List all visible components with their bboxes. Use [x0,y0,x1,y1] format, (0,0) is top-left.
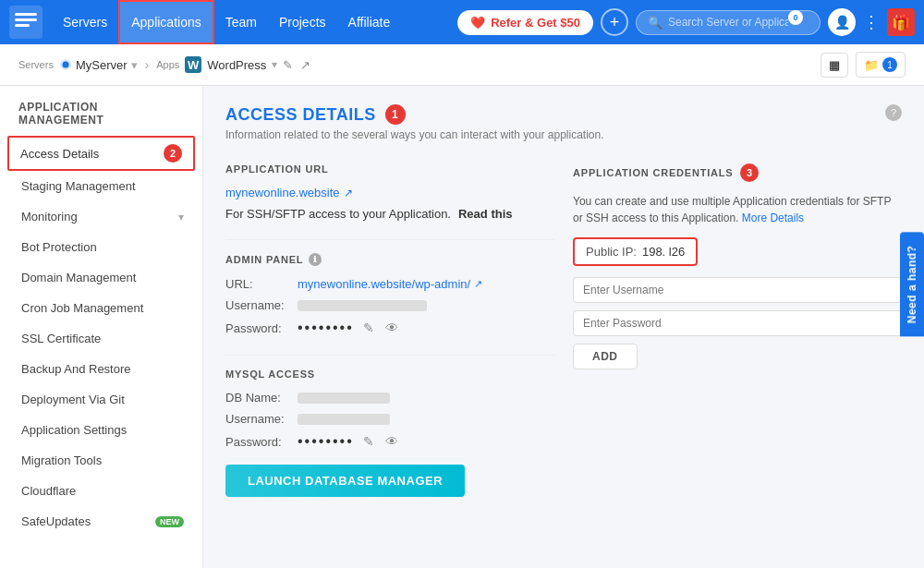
badge-3: 3 [740,163,759,182]
chevron-down-icon[interactable]: ▾ [131,58,138,72]
sidebar-item-app-settings[interactable]: Application Settings [0,415,202,445]
mysql-edit-password-button[interactable]: ✎ [361,434,376,449]
server-breadcrumb: Servers MyServer ▾ [18,58,138,72]
search-count-badge: 0 [788,10,803,25]
new-badge: NEW [155,516,184,527]
search-bar[interactable]: 🔍 0 [636,10,821,35]
mysql-username-row: Username: [225,412,554,426]
two-column-layout: APPLICATION URL mynewonline.website ↗ Fo… [225,163,902,515]
db-name-row: DB Name: [225,391,554,405]
nav-item-projects[interactable]: Projects [268,0,337,44]
ssh-access-row: For SSH/SFTP access to your Application.… [225,207,554,221]
external-link-icon: ↗ [344,187,353,199]
credentials-heading: APPLICATION CREDENTIALS 3 [573,163,902,182]
app-breadcrumb: Apps W WordPress ▾ ✎ ↗ [156,56,310,73]
sidebar-item-deployment[interactable]: Deployment Via Git [0,384,202,415]
server-name: MyServer [76,58,128,72]
app-url-heading: APPLICATION URL [225,163,554,175]
mysql-password-row: Password: •••••••• ✎ 👁 [225,433,554,450]
app-selector[interactable]: W WordPress ▾ [185,56,277,73]
main-layout: Application Management Access Details 2 … [0,86,924,568]
svg-rect-3 [15,24,30,27]
svg-rect-0 [9,6,43,39]
sidebar-item-ssl[interactable]: SSL Certificate [0,323,202,354]
sidebar-title: Application Management [0,101,202,136]
read-this-link[interactable]: Read this [458,207,513,221]
folder-icon: 📁 [864,58,879,72]
logo[interactable] [9,6,43,39]
left-column: APPLICATION URL mynewonline.website ↗ Fo… [225,163,554,515]
servers-label: Servers [18,59,54,70]
nav-item-servers[interactable]: Servers [52,0,118,44]
admin-info-icon[interactable]: ℹ [309,253,322,266]
sidebar-item-cloudflare[interactable]: Cloudflare [0,476,202,506]
edit-password-button[interactable]: ✎ [361,320,376,335]
sidebar-item-migration[interactable]: Migration Tools [0,445,202,476]
right-column: APPLICATION CREDENTIALS 3 You can create… [573,163,902,515]
sidebar-item-staging[interactable]: Staging Management [0,171,202,201]
svg-text:W: W [188,58,200,72]
sidebar: Application Management Access Details 2 … [0,86,203,568]
sidebar-item-safeupdates[interactable]: SafeUpdates NEW [0,506,202,537]
folder-count-badge: 1 [882,57,897,72]
username-input[interactable] [573,277,902,303]
page-title: ACCESS DETAILS 1 [225,104,604,125]
admin-password-dots: •••••••• [298,320,354,336]
sidebar-item-monitoring[interactable]: Monitoring ▾ [0,201,202,232]
top-navigation: Servers Applications Team Projects Affil… [0,0,924,44]
admin-username-value [298,300,427,311]
avatar[interactable]: 👤 [828,8,856,36]
admin-password-row: Password: •••••••• ✎ 👁 [225,320,554,336]
nav-item-team[interactable]: Team [214,0,268,44]
admin-panel-heading: ADMIN PANEL ℹ [225,253,554,266]
admin-username-row: Username: [225,298,554,312]
mysql-username-value [298,414,390,425]
app-name: WordPress [207,58,266,72]
sidebar-item-bot-protection[interactable]: Bot Protection [0,232,202,262]
external-link-icon: ↗ [474,278,482,290]
credential-password-input[interactable] [573,310,902,336]
app-chevron-down-icon[interactable]: ▾ [272,58,277,71]
search-icon: 🔍 [648,16,663,30]
breadcrumb-arrow: › [145,57,150,72]
launch-database-button[interactable]: LAUNCH DATABASE MANAGER [225,465,465,497]
chevron-down-icon: ▾ [178,211,184,224]
sidebar-item-backup[interactable]: Backup And Restore [0,354,202,384]
mysql-section: MYSQL ACCESS DB Name: Username: Password… [225,369,554,497]
admin-url-link[interactable]: mynewonline.website/wp-admin/ ↗ [298,277,482,291]
admin-panel-section: ADMIN PANEL ℹ URL: mynewonline.website/w… [225,253,554,336]
server-selector[interactable]: MyServer ▾ [59,58,138,72]
grid-view-button[interactable]: ▦ [821,53,848,78]
external-link-icon[interactable]: ↗ [300,58,310,72]
search-input[interactable] [668,16,788,29]
help-icon[interactable]: ? [885,104,902,121]
more-details-link[interactable]: More Details [742,211,804,224]
sidebar-item-domain[interactable]: Domain Management [0,262,202,293]
edit-icon[interactable]: ✎ [283,58,293,72]
public-ip-box: Public IP: 198. l26 [573,237,698,266]
app-url-section: APPLICATION URL mynewonline.website ↗ Fo… [225,163,554,221]
add-credential-button[interactable]: ADD [573,344,638,369]
main-content: Need a hand? ACCESS DETAILS 1 Informatio… [203,86,924,568]
sidebar-badge-2: 2 [164,144,182,163]
svg-rect-2 [15,18,37,21]
more-options-icon[interactable]: ⋮ [863,12,880,32]
mysql-show-password-button[interactable]: 👁 [383,434,400,449]
nav-item-affiliate[interactable]: Affiliate [337,0,402,44]
nav-item-applications[interactable]: Applications [118,0,214,44]
need-a-hand-button[interactable]: Need a hand? [900,232,924,336]
sidebar-item-cron[interactable]: Cron Job Management [0,293,202,323]
admin-url-row: URL: mynewonline.website/wp-admin/ ↗ [225,277,554,291]
app-url-row: mynewonline.website ↗ [225,186,554,199]
sidebar-item-access-details[interactable]: Access Details 2 [7,136,195,171]
page-subtitle: Information related to the several ways … [225,128,604,141]
credentials-description: You can create and use multiple Applicat… [573,193,902,226]
app-url-link[interactable]: mynewonline.website ↗ [225,186,353,199]
svg-point-5 [62,62,68,68]
list-view-button[interactable]: 📁 1 [856,52,906,78]
plus-button[interactable]: + [601,8,628,36]
show-password-button[interactable]: 👁 [383,320,400,335]
db-name-value [298,393,390,404]
refer-button[interactable]: ❤️ Refer & Get $50 [457,10,593,35]
gift-icon[interactable]: 🎁 [887,8,915,36]
